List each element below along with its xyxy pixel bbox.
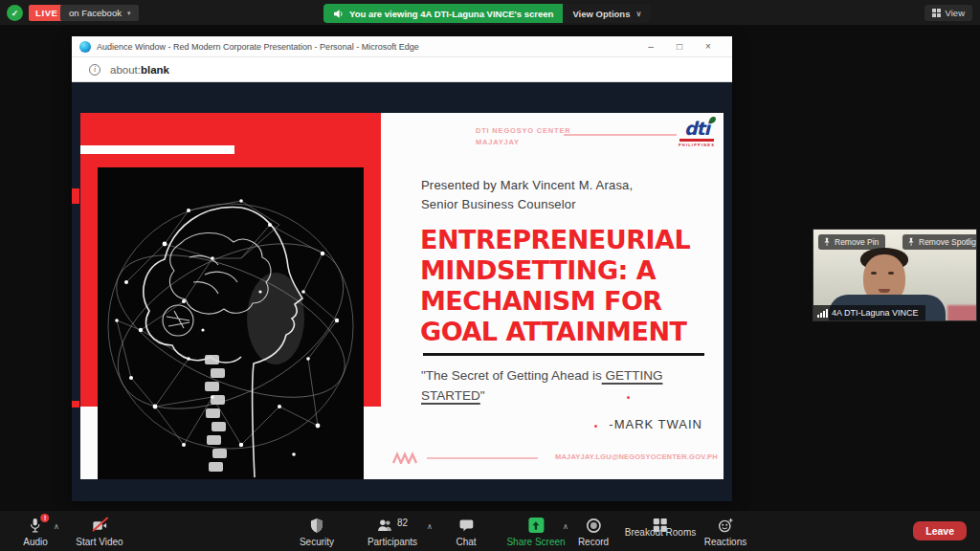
- audio-options-chevron[interactable]: ∧: [54, 522, 59, 531]
- screen-share-banner: You are viewing 4A DTI-Laguna VINCE's sc…: [323, 4, 563, 23]
- quote-text: "The Secret of Getting Ahead is GETTING …: [421, 365, 712, 406]
- remove-spotlight-button[interactable]: Remove Spotlight: [902, 234, 977, 250]
- facebook-stream-label: on Facebook: [69, 8, 122, 18]
- screen-share-banner-group: You are viewing 4A DTI-Laguna VINCE's sc…: [323, 4, 651, 23]
- pin-icon: [823, 237, 831, 247]
- start-video-button[interactable]: Start Video: [76, 517, 122, 547]
- browser-window-title: Audience Window - Red Modern Corporate P…: [97, 42, 631, 52]
- browser-window: Audience Window - Red Modern Corporate P…: [72, 36, 732, 501]
- footer-email: MAJAYJAY.LGU@NEGOSYOCENTER.GOV.PH: [555, 452, 718, 461]
- participant-name-bar: 4A DTI-Laguna VINCE: [813, 305, 925, 320]
- meeting-toolbar: ! Audio ∧ Start Video Security: [0, 510, 980, 551]
- participants-options-chevron[interactable]: ∧: [427, 522, 433, 531]
- quote-author: -MARK TWAIN: [421, 417, 708, 431]
- participant-name: 4A DTI-Laguna VINCE: [832, 308, 919, 318]
- window-controls: – □ ×: [636, 37, 723, 56]
- participant-video-tile[interactable]: Remove Pin Remove Spotlight 4A DTI-Lagun…: [813, 229, 977, 321]
- info-icon: i: [89, 64, 100, 76]
- share-banner-text: You are viewing 4A DTI-Laguna VINCE's sc…: [349, 9, 553, 19]
- security-button[interactable]: Security: [300, 517, 334, 547]
- layout-grid-icon: [932, 9, 941, 17]
- check-glyph: ✓: [11, 9, 19, 18]
- encryption-shield-icon[interactable]: ✓: [7, 5, 23, 21]
- leave-button[interactable]: Leave: [913, 521, 967, 540]
- browser-viewport: DTI NEGOSYO CENTER MAJAYJAY dti PHILIPPI…: [72, 82, 732, 501]
- share-screen-button[interactable]: Share Screen: [506, 517, 565, 547]
- zoom-meeting-window: ✓ LIVE on Facebook ▾ You are viewing 4A …: [0, 0, 980, 551]
- edge-logo-icon: [79, 41, 91, 53]
- remove-pin-button[interactable]: Remove Pin: [818, 234, 885, 250]
- browser-address-bar[interactable]: i about:blank: [72, 57, 732, 82]
- participants-icon: [377, 518, 393, 533]
- live-badge: LIVE: [29, 5, 65, 21]
- browser-title-bar[interactable]: Audience Window - Red Modern Corporate P…: [72, 36, 732, 57]
- reactions-icon: [718, 518, 734, 533]
- org-divider-line: [564, 134, 677, 136]
- top-bar: ✓ LIVE on Facebook ▾ You are viewing 4A …: [0, 0, 980, 25]
- breakout-rooms-icon: [653, 518, 668, 533]
- caret-down-icon: ▾: [127, 10, 131, 17]
- close-button[interactable]: ×: [694, 37, 723, 56]
- maximize-button[interactable]: □: [665, 37, 694, 56]
- view-options-button[interactable]: View Options ∨: [563, 4, 651, 23]
- pin-icon: [907, 237, 915, 247]
- view-button[interactable]: View: [924, 5, 972, 21]
- audio-alert-badge: !: [40, 514, 49, 522]
- audio-button[interactable]: ! Audio: [23, 517, 48, 547]
- slide-accent-bar: [80, 145, 234, 154]
- footer-divider-line: [427, 457, 538, 459]
- breakout-rooms-button[interactable]: Breakout Rooms: [625, 517, 696, 538]
- live-stream-destination-chip[interactable]: on Facebook ▾: [60, 5, 139, 21]
- url-text: about:blank: [110, 64, 169, 76]
- signal-bars-icon: [817, 308, 828, 318]
- chevron-down-icon: ∨: [635, 10, 641, 18]
- zigzag-icon: [392, 452, 417, 464]
- chat-button[interactable]: Chat: [456, 517, 476, 547]
- presentation-slide: DTI NEGOSYO CENTER MAJAYJAY dti PHILIPPI…: [80, 113, 724, 479]
- org-name: DTI NEGOSYO CENTER MAJAYJAY: [476, 125, 570, 148]
- title-divider: [423, 353, 704, 356]
- participants-count: 82: [397, 518, 408, 528]
- shield-icon: [309, 518, 324, 534]
- reactions-button[interactable]: Reactions: [704, 517, 746, 547]
- chat-icon: [458, 518, 474, 533]
- minimize-button[interactable]: –: [636, 37, 665, 56]
- participants-button[interactable]: 82 Participants: [368, 517, 417, 547]
- record-button[interactable]: Record: [578, 517, 609, 547]
- share-options-chevron[interactable]: ∧: [563, 522, 568, 531]
- laser-dot: [594, 425, 597, 428]
- speaker-icon: [333, 9, 344, 19]
- share-screen-icon: [528, 518, 544, 533]
- dti-logo: dti PHILIPPINES: [674, 120, 720, 147]
- slide-edge-accent: [72, 188, 79, 204]
- presented-by-text: Presented by Mark Vincent M. Arasa, Seni…: [421, 176, 633, 214]
- record-icon: [586, 518, 602, 534]
- slide-title: ENTREPRENEURIAL MINDSETTING: A MECHANISM…: [420, 225, 690, 347]
- brain-network-image: [98, 167, 364, 479]
- laser-dot: [627, 396, 630, 399]
- slide-edge-accent: [72, 401, 79, 408]
